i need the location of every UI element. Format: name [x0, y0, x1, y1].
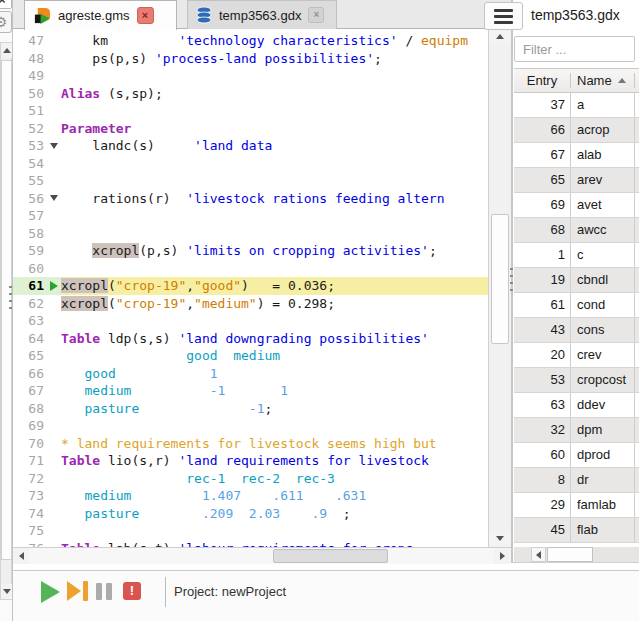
scroll-down-icon[interactable]: [489, 531, 511, 546]
editor-vertical-scrollbar[interactable]: [488, 29, 511, 547]
pause-button[interactable]: [96, 583, 112, 600]
code-line[interactable]: 47 km 'technology characteristics' / equ…: [13, 32, 488, 50]
left-vertical-scrollbar[interactable]: [0, 42, 12, 600]
code-line[interactable]: 57: [13, 207, 488, 225]
gdx-symbol-row[interactable]: 37a: [514, 93, 639, 118]
code-line[interactable]: 63: [13, 312, 488, 330]
line-number[interactable]: 52: [13, 120, 47, 138]
close-tab-icon[interactable]: ×: [308, 7, 324, 23]
gdx-symbol-row[interactable]: 1c: [514, 243, 639, 268]
line-number[interactable]: 55: [13, 172, 47, 190]
scroll-left-icon[interactable]: [531, 547, 546, 562]
line-number[interactable]: 63: [13, 312, 47, 330]
panel-horizontal-scrollbar[interactable]: [514, 547, 639, 562]
filter-input[interactable]: [514, 36, 635, 62]
line-number[interactable]: 64: [13, 330, 47, 348]
code-line[interactable]: 60: [13, 260, 488, 278]
line-number[interactable]: 72: [13, 470, 47, 488]
line-number[interactable]: 48: [13, 50, 47, 68]
line-number[interactable]: 70: [13, 435, 47, 453]
line-number[interactable]: 54: [13, 155, 47, 173]
line-number[interactable]: 51: [13, 102, 47, 120]
line-number[interactable]: 56: [13, 190, 47, 208]
code-line[interactable]: 48 ps(p,s) 'process-land possibilities';: [13, 50, 488, 68]
gdx-symbol-row[interactable]: 45flab: [514, 518, 639, 543]
code-line[interactable]: 49: [13, 67, 488, 85]
code-line[interactable]: 75: [13, 522, 488, 540]
scrollbar-thumb[interactable]: [547, 547, 593, 562]
gdx-symbol-row[interactable]: 65arev: [514, 168, 639, 193]
close-icon[interactable]: ×: [0, 0, 12, 9]
code-line[interactable]: 64Table ldp(s,s) 'land downgrading possi…: [13, 330, 488, 348]
code-line[interactable]: 72 rec-1 rec-2 rec-3: [13, 470, 488, 488]
scrollbar-thumb[interactable]: [273, 549, 388, 563]
gdx-symbol-row[interactable]: 67alab: [514, 143, 639, 168]
line-number[interactable]: 47: [13, 32, 47, 50]
code-line[interactable]: 50Alias (s,sp);: [13, 85, 488, 103]
code-line[interactable]: 53 landc(s) 'land data: [13, 137, 488, 155]
editor-horizontal-scrollbar[interactable]: [13, 547, 511, 564]
line-number[interactable]: 59: [13, 242, 47, 260]
line-number[interactable]: 65: [13, 347, 47, 365]
gdx-symbol-row[interactable]: 63ddev: [514, 393, 639, 418]
gdx-symbol-row[interactable]: 8dr: [514, 468, 639, 493]
line-number[interactable]: 57: [13, 207, 47, 225]
code-line[interactable]: 52Parameter: [13, 120, 488, 138]
code-line[interactable]: 67 medium -1 1: [13, 382, 488, 400]
gdx-symbol-row[interactable]: 61cond: [514, 293, 639, 318]
line-number[interactable]: 58: [13, 225, 47, 243]
code-line[interactable]: 66 good 1: [13, 365, 488, 383]
line-number[interactable]: 75: [13, 522, 47, 540]
scroll-right-icon[interactable]: [494, 548, 510, 564]
code-line[interactable]: 65 good medium: [13, 347, 488, 365]
tab-temp3563-gdx[interactable]: temp3563.gdx ×: [187, 0, 337, 29]
gdx-symbol-row[interactable]: 20crev: [514, 343, 639, 368]
line-number[interactable]: 74: [13, 505, 47, 523]
code-line[interactable]: 70* land requirements for livestock seem…: [13, 435, 488, 453]
line-number[interactable]: 66: [13, 365, 47, 383]
scroll-down-icon[interactable]: [1, 584, 12, 599]
code-line[interactable]: 76Table lab(s,t) 'labour requirements fo…: [13, 540, 488, 548]
scroll-up-icon[interactable]: [489, 29, 511, 44]
splitter-handle[interactable]: [9, 286, 12, 312]
gdx-symbol-row[interactable]: 66acrop: [514, 118, 639, 143]
line-number[interactable]: 53: [13, 137, 47, 155]
line-number[interactable]: 49: [13, 67, 47, 85]
code-line[interactable]: 58: [13, 225, 488, 243]
code-line[interactable]: 68 pasture -1;: [13, 400, 488, 418]
code-line[interactable]: 54: [13, 155, 488, 173]
gdx-symbol-row[interactable]: 29famlab: [514, 493, 639, 518]
code-line[interactable]: 74 pasture .209 2.03 .9 ;: [13, 505, 488, 523]
code-line[interactable]: 71Table lio(s,r) 'land requirements for …: [13, 452, 488, 470]
column-header-name[interactable]: Name: [571, 73, 635, 88]
line-number[interactable]: 50: [13, 85, 47, 103]
line-number[interactable]: 71: [13, 452, 47, 470]
scrollbar-thumb[interactable]: [491, 214, 509, 344]
code-line[interactable]: 55: [13, 172, 488, 190]
column-header-entry[interactable]: Entry: [514, 73, 571, 88]
gdx-symbol-row[interactable]: 32dpm: [514, 418, 639, 443]
interrupt-button[interactable]: !: [123, 582, 141, 600]
close-tab-icon[interactable]: ×: [137, 7, 154, 24]
gdx-symbol-row[interactable]: 19cbndl: [514, 268, 639, 293]
scroll-up-icon[interactable]: [1, 43, 12, 58]
code-line[interactable]: 59 xcropl(p,s) 'limits on cropping activ…: [13, 242, 488, 260]
line-number[interactable]: 62: [13, 295, 47, 313]
gdx-symbol-row[interactable]: 43cons: [514, 318, 639, 343]
line-number[interactable]: 76: [13, 540, 47, 548]
code-line[interactable]: 62xcropl("crop-19","medium") = 0.298;: [13, 295, 488, 313]
run-with-gdx-button[interactable]: [67, 581, 88, 601]
line-number[interactable]: 73: [13, 487, 47, 505]
gdx-symbol-row[interactable]: 68awcc: [514, 218, 639, 243]
code-line[interactable]: 69: [13, 417, 488, 435]
code-line[interactable]: 51: [13, 102, 488, 120]
gdx-symbol-row[interactable]: 60dprod: [514, 443, 639, 468]
code-line[interactable]: 73 medium 1.407 .611 .631: [13, 487, 488, 505]
line-number[interactable]: 67: [13, 382, 47, 400]
hamburger-menu-button[interactable]: [484, 2, 523, 30]
gdx-symbol-row[interactable]: 69avet: [514, 193, 639, 218]
code-line[interactable]: 56 rations(r) 'livestock rations feeding…: [13, 190, 488, 208]
code-line[interactable]: 61xcropl("crop-19","good") = 0.036;: [13, 277, 488, 295]
line-number[interactable]: 68: [13, 400, 47, 418]
gear-icon[interactable]: ⚙: [0, 11, 12, 33]
